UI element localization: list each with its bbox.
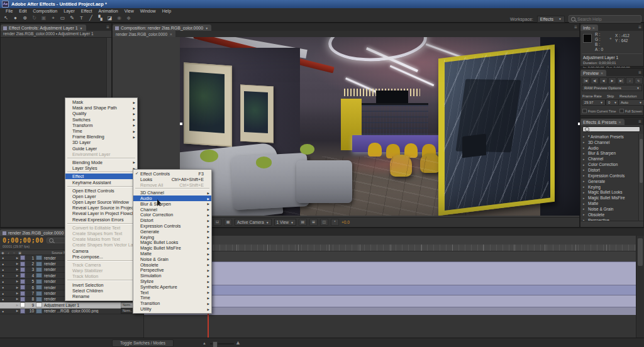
eye-icon[interactable]: ● — [0, 303, 6, 307]
expander-icon[interactable]: ▶ — [14, 256, 20, 260]
layer-color-chip[interactable] — [20, 262, 25, 267]
expander-icon[interactable]: ▸ — [583, 140, 588, 144]
menu-composition[interactable]: Composition — [30, 9, 60, 13]
tab-timeline[interactable]: render 2las.RGB_color.0000 × — [0, 229, 71, 236]
help-search[interactable] — [569, 15, 641, 23]
menu-item-noise-grain[interactable]: Noise & Grain▶ — [133, 256, 211, 262]
menu-item-mask-and-shape-path[interactable]: Mask and Shape Path▶ — [65, 105, 137, 111]
menu-item-frame-blending[interactable]: Frame Blending▶ — [65, 134, 137, 140]
panel-menu-icon[interactable]: ≡ — [104, 25, 111, 31]
eye-icon[interactable]: ● — [0, 256, 6, 260]
menu-item-transition[interactable]: Transition▶ — [133, 300, 211, 306]
eye-icon[interactable]: ● — [0, 309, 6, 313]
menu-item-guide-layer[interactable]: Guide Layer — [65, 146, 137, 151]
expander-icon[interactable]: ▶ — [14, 274, 20, 277]
menu-file[interactable]: File — [3, 9, 16, 13]
tab-composition[interactable]: Composition: render 2las.RGB_color.0000 … — [113, 25, 211, 31]
effects-category-animation-presets[interactable]: ▸* Animation Presets — [580, 134, 639, 140]
close-icon[interactable]: × — [170, 32, 172, 36]
layer-name[interactable]: render ...RGB_color.0000.png — [44, 309, 121, 313]
layer-color-chip[interactable] — [20, 273, 25, 278]
menu-item-rename[interactable]: Rename — [65, 294, 137, 299]
transport-button-3[interactable]: ▶ — [608, 77, 616, 84]
expander-icon[interactable]: ▸ — [583, 151, 588, 155]
menu-item-reveal-expression-errors[interactable]: Reveal Expression Errors — [65, 217, 137, 223]
menu-item-audio[interactable]: Audio▶ — [133, 196, 211, 201]
menu-item-channel[interactable]: Channel▶ — [133, 207, 211, 212]
menu-layer[interactable]: Layer — [60, 9, 78, 13]
effects-category-noise-grain[interactable]: ▸Noise & Grain — [580, 206, 639, 212]
timeline-track-area[interactable] — [143, 236, 636, 338]
close-icon[interactable]: × — [619, 120, 621, 124]
expander-icon[interactable]: ▶ — [14, 268, 20, 271]
expander-icon[interactable]: ▶ — [14, 304, 20, 307]
exposure-value[interactable]: +0.0 — [341, 220, 350, 224]
view-dropdown[interactable]: Active Camera ▼ — [235, 219, 272, 226]
effects-category-magic-bullet-looks[interactable]: ▸Magic Bullet Looks — [580, 189, 639, 195]
effects-category-matte[interactable]: ▸Matte — [580, 201, 639, 206]
zoom-out-icon[interactable]: ▲ — [203, 341, 206, 345]
menu-item-synthetic-aperture[interactable]: Synthetic Aperture▶ — [133, 284, 211, 290]
grid-guides-icon[interactable]: ▤ — [299, 219, 307, 226]
layer-duration-bar[interactable] — [144, 295, 636, 307]
scrollbar-thumb[interactable] — [640, 139, 643, 183]
menu-item-3d-channel[interactable]: 3D Channel▶ — [133, 190, 211, 196]
ram-preview-options-dropdown[interactable]: RAM Preview Options ▼ — [582, 85, 642, 91]
fast-previews-icon[interactable]: ◫ — [320, 219, 328, 226]
effects-category-color-correction[interactable]: ▸Color Correction — [580, 162, 639, 167]
tab-info[interactable]: Info × — [580, 25, 598, 31]
menu-view[interactable]: View — [121, 9, 137, 13]
layer-color-chip[interactable] — [20, 302, 25, 307]
layer-color-chip[interactable] — [20, 279, 25, 284]
menu-item-mask[interactable]: Mask▶ — [65, 99, 137, 105]
effects-category-blur-sharpen[interactable]: ▸Blur & Sharpen — [580, 151, 639, 157]
expander-icon[interactable]: ▸ — [583, 135, 588, 138]
menu-item-open-effect-controls[interactable]: Open Effect Controls — [65, 188, 137, 194]
hand-tool[interactable]: ● — [11, 14, 19, 21]
expander-icon[interactable]: ▶ — [14, 297, 20, 300]
effects-category-magic-bullet-misfire[interactable]: ▸Magic Bullet MisFire — [580, 195, 639, 201]
layer-row-10[interactable]: ●▶10render ...RGB_color.0000.pngNorm..▼ — [0, 309, 143, 314]
layer-color-chip[interactable] — [20, 285, 25, 290]
transport-button-6[interactable]: ↻ — [635, 77, 643, 84]
menu-item-distort[interactable]: Distort▶ — [133, 218, 211, 223]
scrollbar-thumb[interactable] — [638, 238, 643, 266]
menu-item-text[interactable]: Text▶ — [133, 290, 211, 295]
zoom-tool[interactable]: ⊕ — [21, 14, 29, 21]
view-layout-dropdown[interactable]: 1 View ▼ — [274, 219, 296, 226]
brush-tool[interactable]: ╱ — [87, 14, 95, 21]
timeline-scrollbar[interactable] — [636, 236, 644, 338]
transport-button-1[interactable]: ◀| — [591, 77, 599, 84]
menu-effect[interactable]: Effect — [78, 9, 96, 13]
expander-icon[interactable]: ▸ — [583, 212, 588, 216]
eye-icon[interactable]: ● — [0, 268, 6, 272]
menu-item-reveal-layer-in-project-flowchart[interactable]: Reveal Layer in Project Flowchart — [65, 211, 137, 216]
scrollbar[interactable] — [638, 134, 643, 221]
close-icon[interactable]: × — [592, 26, 595, 30]
transport-button-0[interactable]: |◀ — [582, 77, 590, 84]
effects-category-distort[interactable]: ▸Distort — [580, 167, 639, 173]
expander-icon[interactable]: ▸ — [583, 174, 588, 177]
pan-behind-tool[interactable]: + — [49, 14, 57, 21]
menu-edit[interactable]: Edit — [16, 9, 30, 13]
panel-menu-icon[interactable]: ≡ — [636, 25, 643, 31]
effects-category-keying[interactable]: ▸Keying — [580, 184, 639, 190]
region-of-interest-icon[interactable]: ⊡ — [213, 219, 221, 226]
expander-icon[interactable]: ▸ — [583, 190, 588, 194]
menu-item-3d-layer[interactable]: 3D Layer — [65, 140, 137, 145]
from-current-time-checkbox[interactable]: From Current Time — [582, 109, 616, 113]
menu-item-reveal-layer-source-in-project[interactable]: Reveal Layer Source in Project — [65, 205, 137, 211]
menu-item-matte[interactable]: Matte▶ — [133, 251, 211, 256]
transport-button-5[interactable]: ♪ — [626, 77, 634, 84]
layer-row-9[interactable]: ●▶9Adjustment Layer 1Norm..▼ — [0, 302, 143, 308]
eye-icon[interactable]: ● — [0, 273, 6, 277]
panel-menu-icon[interactable]: ≡ — [636, 70, 643, 76]
resolution-preview-dropdown[interactable]: Auto ▼ — [618, 99, 644, 106]
eye-icon[interactable]: ● — [0, 285, 6, 289]
menu-item-camera[interactable]: Camera▶ — [65, 248, 137, 254]
expander-icon[interactable]: ▸ — [583, 163, 588, 167]
effects-category-channel[interactable]: ▸Channel — [580, 156, 639, 162]
expander-icon[interactable]: ▸ — [583, 179, 588, 183]
menu-help[interactable]: Help — [159, 9, 174, 13]
menu-item-time[interactable]: Time▶ — [133, 295, 211, 301]
